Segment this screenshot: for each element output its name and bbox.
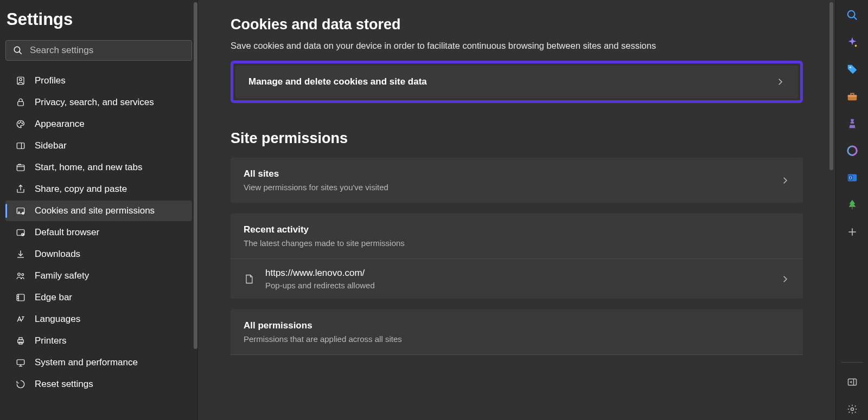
svg-rect-4: [18, 102, 24, 106]
manage-cookies-row[interactable]: Manage and delete cookies and site data: [235, 66, 798, 98]
nav-label: Appearance: [35, 119, 85, 130]
svg-line-27: [853, 17, 857, 20]
page-icon: [244, 274, 254, 285]
share-icon: [15, 184, 26, 195]
svg-point-29: [849, 67, 851, 68]
nav-label: Cookies and site permissions: [35, 205, 155, 216]
cookies-icon: [15, 205, 26, 216]
svg-rect-39: [848, 379, 856, 385]
search-input[interactable]: [30, 45, 185, 56]
nav-sidebar[interactable]: Sidebar: [5, 135, 192, 156]
rb-panel-icon[interactable]: [841, 371, 863, 393]
rb-tree-icon[interactable]: [841, 194, 863, 216]
svg-point-28: [854, 45, 857, 47]
nav-edge-bar[interactable]: Edge bar: [5, 287, 192, 308]
nav-label: Share, copy and paste: [35, 184, 127, 195]
nav-profiles[interactable]: Profiles: [5, 70, 192, 91]
svg-point-5: [18, 123, 20, 124]
svg-rect-18: [17, 294, 24, 301]
recent-perm-desc: Pop-ups and redirects allowed: [265, 281, 769, 290]
nav-default-browser[interactable]: Default browser: [5, 222, 192, 243]
nav-label: Printers: [35, 335, 67, 346]
nav-label: Edge bar: [35, 292, 72, 303]
main-content: Cookies and data stored Save cookies and…: [198, 0, 835, 420]
settings-nav: Profiles Privacy, search, and services A…: [5, 70, 192, 395]
system-icon: [15, 357, 26, 368]
printer-icon: [15, 335, 26, 346]
rb-toolbox-icon[interactable]: [841, 86, 863, 107]
sidebar-scrollbar[interactable]: [194, 2, 197, 349]
recent-url: https://www.lenovo.com/: [265, 268, 769, 279]
family-icon: [15, 270, 26, 281]
languages-icon: [15, 314, 26, 325]
nav-label: Reset settings: [35, 379, 93, 390]
nav-share[interactable]: Share, copy and paste: [5, 179, 192, 199]
nav-privacy[interactable]: Privacy, search, and services: [5, 92, 192, 113]
svg-point-0: [14, 47, 20, 53]
divider: [231, 354, 803, 355]
recent-title: Recent activity: [244, 224, 405, 235]
all-sites-title: All sites: [244, 169, 388, 179]
nav-appearance[interactable]: Appearance: [5, 114, 192, 134]
nav-label: Downloads: [35, 249, 80, 260]
nav-cookies[interactable]: Cookies and site permissions: [5, 201, 192, 221]
svg-point-6: [20, 122, 21, 123]
rb-tag-icon[interactable]: [841, 59, 863, 80]
svg-point-7: [22, 123, 23, 124]
edge-sidebar: O: [835, 0, 868, 420]
svg-rect-8: [17, 143, 24, 149]
nav-family[interactable]: Family safety: [5, 266, 192, 286]
rb-outlook-icon[interactable]: O: [841, 167, 863, 189]
all-permissions-card: All permissions Permissions that are app…: [231, 309, 803, 355]
recent-item[interactable]: https://www.lenovo.com/ Pop-ups and redi…: [231, 259, 803, 299]
svg-point-16: [18, 273, 21, 276]
nav-downloads[interactable]: Downloads: [5, 244, 192, 264]
svg-rect-25: [17, 360, 24, 365]
svg-line-1: [19, 51, 22, 54]
svg-rect-23: [19, 338, 22, 340]
recent-activity-card: Recent activity The latest changes made …: [231, 214, 803, 299]
all-permissions-desc: Permissions that are applied across all …: [244, 334, 402, 344]
nav-printers[interactable]: Printers: [5, 331, 192, 351]
site-permissions-heading: Site permissions: [231, 130, 803, 147]
profile-icon: [15, 75, 26, 86]
download-icon: [15, 249, 26, 260]
all-permissions-title: All permissions: [244, 320, 402, 331]
nav-start-home[interactable]: Start, home, and new tabs: [5, 157, 192, 178]
main-scrollbar[interactable]: [829, 2, 833, 170]
browser-icon: [15, 227, 26, 238]
nav-label: Default browser: [35, 227, 99, 238]
highlighted-frame: Manage and delete cookies and site data: [231, 61, 803, 103]
svg-point-3: [20, 79, 22, 81]
rb-divider: [841, 362, 863, 363]
reset-icon: [15, 379, 26, 390]
nav-label: Languages: [35, 314, 80, 325]
svg-point-26: [847, 11, 854, 18]
rb-search-icon[interactable]: [841, 4, 863, 26]
cookies-subheading: Save cookies and data on your device in …: [231, 41, 803, 51]
nav-label: Privacy, search, and services: [35, 97, 154, 108]
rb-office-icon[interactable]: [841, 140, 863, 161]
manage-cookies-label: Manage and delete cookies and site data: [248, 76, 427, 87]
lock-icon: [15, 97, 26, 108]
nav-label: Family safety: [35, 270, 89, 281]
all-sites-card[interactable]: All sites View permissions for sites you…: [231, 158, 803, 203]
edgebar-icon: [15, 292, 26, 303]
palette-icon: [15, 119, 26, 130]
rb-sparkle-icon[interactable]: [841, 31, 863, 53]
nav-label: Start, home, and new tabs: [35, 162, 142, 173]
rb-plus-icon[interactable]: [841, 221, 863, 243]
rb-chess-icon[interactable]: [841, 113, 863, 134]
svg-text:O: O: [848, 176, 851, 180]
settings-sidebar: Settings Profiles Privacy, search, and s…: [0, 0, 198, 420]
cookies-heading: Cookies and data stored: [231, 16, 803, 33]
nav-languages[interactable]: Languages: [5, 309, 192, 329]
rb-gear-icon[interactable]: [841, 398, 863, 420]
recent-desc: The latest changes made to site permissi…: [244, 238, 405, 248]
nav-system[interactable]: System and performance: [5, 352, 192, 373]
search-box[interactable]: [5, 40, 192, 61]
chevron-right-icon: [780, 274, 790, 284]
chevron-right-icon: [780, 176, 790, 185]
svg-rect-36: [852, 207, 853, 210]
nav-reset[interactable]: Reset settings: [5, 374, 192, 395]
